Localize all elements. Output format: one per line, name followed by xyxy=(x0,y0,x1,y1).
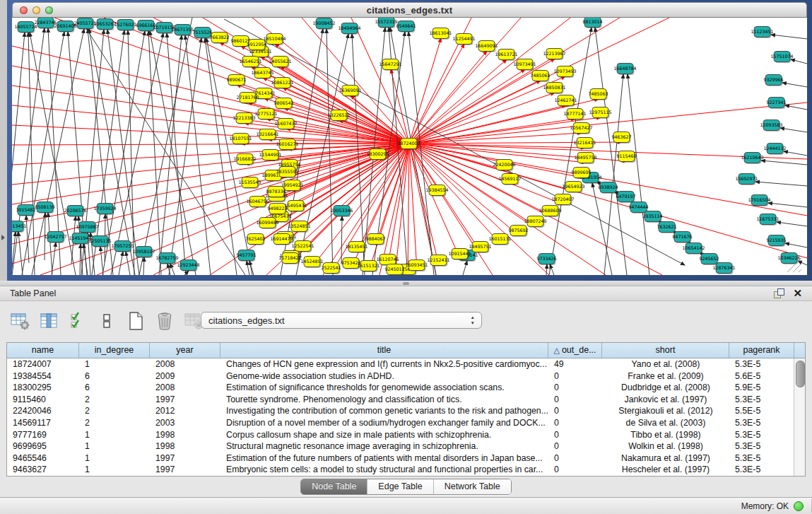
tab-edge-table[interactable]: Edge Table xyxy=(367,479,433,494)
graph-node[interactable]: 11535543 xyxy=(238,177,261,189)
table-settings-icon[interactable] xyxy=(10,310,30,332)
graph-node[interactable]: 9806542 xyxy=(273,98,293,110)
graph-node[interactable]: 13216641 xyxy=(256,129,278,141)
table-row[interactable]: 946362711997Embryonic stem cells: a mode… xyxy=(7,464,794,476)
graph-node[interactable]: 9115460 xyxy=(616,151,636,163)
graph-node[interactable]: 9245011 xyxy=(384,264,404,276)
graph-node[interactable]: 12876341 xyxy=(712,263,735,275)
graph-node[interactable]: 19008452 xyxy=(312,18,335,30)
graph-node[interactable]: 6479197 xyxy=(616,192,635,204)
memory-status-icon[interactable] xyxy=(794,501,804,511)
column-header-title[interactable]: title xyxy=(220,343,548,358)
column-header-out_de[interactable]: △out_de... xyxy=(548,343,602,358)
table-row[interactable]: 946554611997Estimation of the future num… xyxy=(7,452,794,465)
graph-node[interactable]: 18300295 xyxy=(366,149,389,161)
graph-node[interactable]: 7485063 xyxy=(588,89,608,101)
graph-node[interactable]: 17016504 xyxy=(748,195,770,207)
graph-node[interactable]: 9227341 xyxy=(766,98,786,110)
dropdown-spinner-icon[interactable]: ▲ ▼ xyxy=(471,315,475,326)
column-header-pagerank[interactable]: pagerank xyxy=(729,343,794,358)
tab-node-table[interactable]: Node Table xyxy=(301,479,367,494)
graph-node[interactable]: 18777141 xyxy=(563,109,586,121)
scrollbar-thumb[interactable] xyxy=(796,361,805,387)
close-panel-icon[interactable]: ✕ xyxy=(793,287,802,300)
table-row[interactable]: 977716911998Corpus callosum shape and si… xyxy=(7,429,794,441)
graph-node[interactable]: 9498223 xyxy=(267,204,287,216)
graph-node[interactable]: 9215935 xyxy=(766,235,786,247)
graph-node[interactable]: 12975115 xyxy=(589,107,611,119)
column-header-year[interactable]: year xyxy=(150,343,220,358)
graph-node[interactable]: 8549641 xyxy=(396,21,416,33)
graph-node[interactable]: 9245652 xyxy=(699,254,719,266)
table-row[interactable]: 1830029562008Estimation of significance … xyxy=(7,382,794,394)
graph-node[interactable]: 14850831 xyxy=(543,83,565,95)
graph-node[interactable]: 2935114 xyxy=(642,211,662,223)
column-header-in_degree[interactable]: in_degree xyxy=(79,343,150,358)
graph-node[interactable]: 2522541 xyxy=(321,263,341,275)
graph-node[interactable]: 18135451 xyxy=(345,242,367,254)
graph-node[interactable]: 12042757 xyxy=(44,232,66,244)
graph-node[interactable]: 9899695 xyxy=(571,168,591,180)
graph-node[interactable]: 10653267 xyxy=(93,19,116,31)
graph-node[interactable]: 8508139 xyxy=(35,202,54,214)
graph-node[interactable]: 5912954 xyxy=(247,40,266,52)
graph-node[interactable]: 7632621 xyxy=(657,222,676,234)
graph-node[interactable]: 15647291 xyxy=(379,59,401,71)
graph-node[interactable]: 12152411 xyxy=(427,255,449,267)
graph-node[interactable]: 16782759 xyxy=(155,253,178,265)
delete-table-icon[interactable] xyxy=(155,310,175,332)
graph-node[interactable]: 12923448 xyxy=(177,260,199,272)
column-chooser-icon[interactable] xyxy=(39,310,59,332)
table-row[interactable]: 969969511998Structural magnetic resonanc… xyxy=(7,440,794,452)
graph-node[interactable]: 8471676 xyxy=(672,232,692,244)
graph-node[interactable]: 16649091 xyxy=(475,41,498,53)
graph-node[interactable]: 14055621 xyxy=(269,57,291,69)
graph-node[interactable]: 18720407 xyxy=(551,194,574,206)
network-window-titlebar[interactable]: citations_edges.txt xyxy=(12,2,807,18)
graph-node[interactable]: 10654142 xyxy=(682,243,705,255)
graph-node[interactable]: 12093583 xyxy=(760,120,782,132)
graph-node[interactable]: 14569117 xyxy=(498,174,521,186)
graph-node[interactable]: 8938924 xyxy=(598,182,618,194)
splitter-grip[interactable] xyxy=(403,282,409,285)
graph-node[interactable]: 15751074 xyxy=(770,52,793,64)
graph-node[interactable]: 13226511 xyxy=(327,110,350,122)
graph-node[interactable]: 10915441 xyxy=(448,249,471,261)
graph-node[interactable]: 22420046 xyxy=(493,160,515,172)
graph-node[interactable]: 12213967 xyxy=(543,49,565,61)
graph-node[interactable]: 19166822 xyxy=(233,154,256,166)
graph-node[interactable]: 19613721 xyxy=(495,49,517,62)
graph-node[interactable]: 18107551 xyxy=(229,134,252,146)
graph-node[interactable]: 9463627 xyxy=(611,132,631,144)
graph-node[interactable]: 14671355 xyxy=(171,25,194,37)
graph-node[interactable]: 16016271 xyxy=(276,139,298,151)
graph-node[interactable]: 16210643 xyxy=(741,153,763,165)
graph-node[interactable]: 16546251 xyxy=(239,57,261,69)
graph-node[interactable]: 19384554 xyxy=(425,185,448,197)
tab-network-table[interactable]: Network Table xyxy=(434,479,511,494)
table-row[interactable]: 1938455462009Genome-wide association stu… xyxy=(7,370,794,382)
graph-node[interactable]: 15718421 xyxy=(278,253,301,265)
graph-node[interactable]: 8878334 xyxy=(266,187,286,199)
graph-node[interactable]: 7485061 xyxy=(530,71,550,83)
network-canvas[interactable]: 1405572422843746206914062405572110653267… xyxy=(12,18,807,275)
column-header-name[interactable]: name xyxy=(7,343,79,358)
row-height-icon[interactable] xyxy=(97,310,117,332)
graph-node[interactable]: 18613041 xyxy=(429,28,452,40)
graph-node[interactable]: 19913451 xyxy=(12,221,27,233)
graph-node[interactable]: 16099489 xyxy=(256,218,278,230)
graph-node[interactable]: 11544901 xyxy=(259,150,281,162)
graph-node[interactable]: 9733426 xyxy=(536,254,556,266)
graph-node[interactable]: 16914479 xyxy=(270,234,293,246)
graph-node[interactable]: 16648784 xyxy=(613,64,636,76)
table-row[interactable]: 911546021997Tourette syndrome. Phenomeno… xyxy=(7,394,794,406)
graph-node[interactable]: 12462741 xyxy=(554,95,577,107)
graph-node[interactable]: 15276021 xyxy=(114,20,136,32)
graph-node[interactable]: 10688609 xyxy=(539,206,561,218)
graph-node[interactable]: 20053346 xyxy=(330,206,353,218)
graph-node[interactable]: 16369091 xyxy=(339,86,361,98)
vertical-scrollbar[interactable] xyxy=(794,358,805,476)
graph-node[interactable]: 11675331 xyxy=(756,214,779,226)
graph-node[interactable]: 12444132 xyxy=(763,144,786,156)
graph-node[interactable]: 16046756 xyxy=(246,197,269,209)
